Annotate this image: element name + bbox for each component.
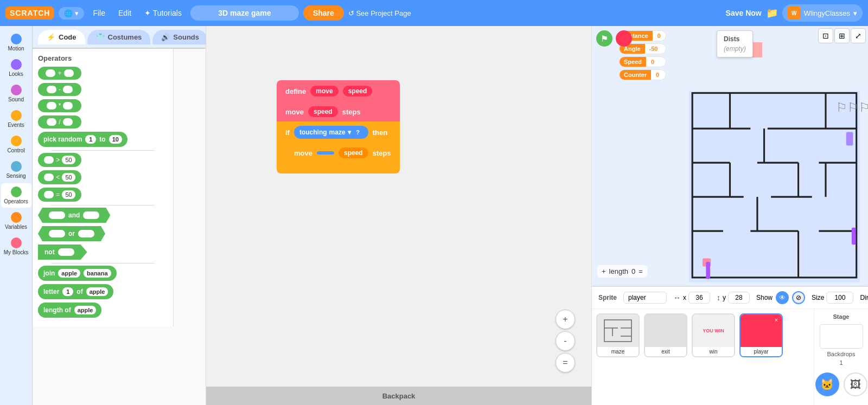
eq-block[interactable]: = 50 <box>38 188 81 202</box>
project-name-input[interactable] <box>190 5 299 21</box>
share-button[interactable]: Share <box>303 5 344 21</box>
category-myblocks-label: My Blocks <box>4 249 29 255</box>
show-visible-button[interactable]: 👁 <box>776 291 789 304</box>
eq-value[interactable]: 50 <box>62 190 75 199</box>
category-looks-label: Looks <box>9 71 23 77</box>
direction-label: Direction <box>860 294 868 301</box>
category-variables[interactable]: Variables <box>1 209 31 233</box>
mul-block-row: * <box>38 99 168 112</box>
letter-num[interactable]: 1 <box>62 287 73 296</box>
globe-button[interactable]: 🌐 ▾ <box>59 7 84 20</box>
sprite-card-maze[interactable]: maze <box>596 313 640 357</box>
sprite-card-exit[interactable]: exit <box>644 313 687 357</box>
sub-block[interactable]: - <box>38 83 81 96</box>
add-sprite-button[interactable]: 🐱 <box>815 372 839 396</box>
stage-small-button[interactable]: ⊡ <box>818 28 833 43</box>
mul-symbol: * <box>59 102 61 110</box>
define-block[interactable]: define move speed <box>277 80 400 102</box>
zoom-in-button[interactable]: + <box>556 310 575 329</box>
zoom-fit-button[interactable]: = <box>556 353 575 372</box>
category-events-label: Events <box>8 122 24 128</box>
category-control[interactable]: Control <box>1 132 31 157</box>
counter-monitor: Counter 0 <box>619 69 666 80</box>
globe-chevron: ▾ <box>75 9 79 17</box>
sprite-name-input[interactable] <box>623 292 667 304</box>
show-hidden-button[interactable]: ⊘ <box>792 291 805 304</box>
sprite-delete-player[interactable]: × <box>772 316 781 324</box>
add-backdrop-button[interactable]: 🖼 <box>844 372 867 396</box>
green-flag-button[interactable]: ⚑ <box>596 30 612 47</box>
add-block[interactable]: + <box>38 67 81 80</box>
mul-block[interactable]: * <box>38 99 81 112</box>
sprite-thumb-maze <box>597 314 639 347</box>
tutorials-button[interactable]: ✦ Tutorials <box>140 7 186 20</box>
add-block-row: + <box>38 67 168 80</box>
category-looks[interactable]: Looks <box>1 56 31 80</box>
category-events[interactable]: Events <box>1 107 31 131</box>
blocks-title: Operators <box>38 54 168 62</box>
pick-random-from[interactable]: 1 <box>85 135 96 144</box>
define-arg: move <box>310 86 338 97</box>
category-sensing-label: Sensing <box>6 173 25 179</box>
main-layout: Motion Looks Sound Events Control Sensin… <box>0 26 868 405</box>
stage-fullscreen-button[interactable]: ⤢ <box>851 28 866 43</box>
letter-word[interactable]: apple <box>86 287 108 296</box>
inner-move-block[interactable]: move speed steps <box>277 143 400 163</box>
category-operators[interactable]: Operators <box>1 183 31 208</box>
size-label: Size <box>812 294 824 301</box>
stage-mini-thumbnail[interactable] <box>820 324 863 349</box>
folder-icon[interactable]: 📁 <box>766 7 778 19</box>
y-input[interactable] <box>728 292 750 304</box>
stop-button[interactable] <box>616 30 632 47</box>
touching-label: touching <box>299 128 327 136</box>
lt-value[interactable]: 50 <box>62 173 75 182</box>
join-val1[interactable]: apple <box>58 269 80 278</box>
zoom-out-button[interactable]: - <box>556 331 575 351</box>
gt-block[interactable]: > 50 <box>38 153 81 167</box>
category-operators-label: Operators <box>4 198 28 204</box>
user-menu[interactable]: W WlingyClasses ▾ <box>782 4 863 22</box>
then-label: then <box>373 128 387 137</box>
move-steps-block[interactable]: move speed steps <box>277 102 400 121</box>
scratch-logo[interactable]: SCRATCH <box>5 7 54 20</box>
backpack-bar[interactable]: Backpack <box>206 387 591 405</box>
length-equation: + length 0 = <box>597 265 647 278</box>
tab-code[interactable]: ⚡ Code <box>38 30 85 44</box>
gt-block-row: > 50 <box>38 153 168 167</box>
pick-random-block[interactable]: pick random 1 to 10 <box>38 132 127 147</box>
file-menu[interactable]: File <box>88 7 110 20</box>
category-sensing[interactable]: Sensing <box>1 158 31 182</box>
or-label: or <box>68 230 75 237</box>
tab-costumes[interactable]: 👕 Costumes <box>87 30 151 44</box>
letter-block[interactable]: letter 1 of apple <box>38 284 113 299</box>
size-group: Size <box>812 292 853 304</box>
define-speed-arg: speed <box>343 86 373 97</box>
stage-large-button[interactable]: ⊞ <box>834 28 850 43</box>
length-block[interactable]: length of apple <box>38 303 101 318</box>
sprite-card-win[interactable]: YOU WIN win <box>692 313 735 357</box>
and-block[interactable]: and <box>38 208 110 223</box>
div-block[interactable]: / <box>38 115 81 128</box>
lt-block[interactable]: < 50 <box>38 170 81 184</box>
sprite-card-player[interactable]: × playar <box>739 313 783 357</box>
edit-menu[interactable]: Edit <box>114 7 136 20</box>
svg-text:⚐⚐⚐: ⚐⚐⚐ <box>836 100 868 114</box>
gt-value[interactable]: 50 <box>62 156 75 164</box>
pick-random-to[interactable]: 10 <box>109 135 122 144</box>
size-input[interactable] <box>826 292 853 304</box>
join-val2[interactable]: banana <box>84 269 111 278</box>
category-motion[interactable]: Motion <box>1 30 31 55</box>
category-myblocks[interactable]: My Blocks <box>1 234 31 259</box>
x-input[interactable] <box>688 292 710 304</box>
or-block[interactable]: or <box>38 226 105 241</box>
not-block[interactable]: not <box>38 245 87 260</box>
category-sound[interactable]: Sound <box>1 81 31 106</box>
length-word[interactable]: apple <box>74 306 97 314</box>
tab-sounds[interactable]: 🔊 Sounds <box>152 30 208 44</box>
save-now-button[interactable]: Save Now <box>726 9 762 17</box>
if-block[interactable]: if touching maze ▾ ? then <box>277 121 400 143</box>
join-block[interactable]: join apple banana <box>38 266 117 281</box>
lt-block-row: < 50 <box>38 170 168 184</box>
see-project-button[interactable]: ↺ See Project Page <box>348 9 411 17</box>
category-sidebar: Motion Looks Sound Events Control Sensin… <box>0 26 33 405</box>
